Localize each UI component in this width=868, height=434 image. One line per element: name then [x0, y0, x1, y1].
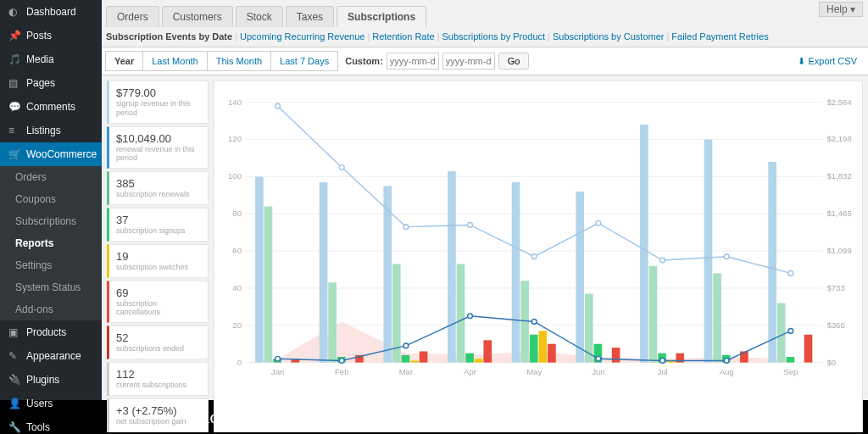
svg-rect-48: [649, 266, 658, 363]
svg-point-92: [596, 356, 601, 361]
box-icon: ▣: [8, 326, 20, 338]
stat-card[interactable]: 385subscription renewals: [107, 171, 209, 205]
date-to-input[interactable]: [442, 53, 495, 70]
svg-text:140: 140: [228, 97, 242, 107]
sidebar-item-plugins[interactable]: 🔌Plugins: [0, 368, 102, 392]
sidebar-sub-orders[interactable]: Orders: [0, 166, 102, 188]
stat-label: renewal revenue in this period: [116, 145, 201, 164]
stat-card[interactable]: +3 (+2.75%)net subscription gain: [107, 398, 209, 432]
report-current: Subscription Events by Date: [106, 31, 232, 42]
tab-orders[interactable]: Orders: [106, 6, 159, 27]
stat-card[interactable]: 52subscriptions ended: [107, 326, 209, 359]
svg-text:40: 40: [232, 283, 242, 292]
stat-card[interactable]: $10,049.00renewal revenue in this period: [107, 126, 209, 170]
svg-text:Jun: Jun: [592, 367, 604, 376]
stat-value: +3 (+2.75%): [116, 404, 201, 417]
sidebar-sub-settings[interactable]: Settings: [0, 254, 102, 276]
sidebar-item-label: Tools: [26, 421, 50, 433]
svg-point-88: [339, 359, 344, 364]
tab-stock[interactable]: Stock: [236, 6, 283, 27]
tab-taxes[interactable]: Taxes: [286, 6, 334, 27]
svg-text:Feb: Feb: [335, 367, 349, 376]
stat-value: $779.00: [116, 86, 201, 99]
report-link[interactable]: Subscriptions by Product: [442, 31, 545, 42]
report-link[interactable]: Retention Rate: [372, 31, 434, 42]
sidebar-item-label: Plugins: [26, 374, 59, 386]
svg-rect-63: [475, 359, 483, 362]
svg-rect-62: [410, 360, 419, 362]
sidebar-sub-system-status[interactable]: System Status: [0, 276, 102, 298]
stat-card[interactable]: 19subscription switches: [107, 244, 209, 278]
sidebar-item-woocommerce[interactable]: 🛒WooCommerce▸: [0, 142, 102, 166]
svg-point-79: [339, 165, 344, 170]
sidebar-item-label: Listings: [26, 125, 61, 136]
sidebar-sub-subscriptions[interactable]: Subscriptions: [0, 210, 102, 232]
stat-label: current subscriptions: [116, 381, 201, 390]
stats-column: $779.00signup revenue in this period$10,…: [107, 81, 209, 432]
svg-rect-42: [264, 207, 273, 363]
stat-label: net subscription gain: [116, 417, 201, 426]
svg-text:$2,198: $2,198: [826, 134, 851, 143]
sidebar-item-appearance[interactable]: ✎Appearance: [0, 344, 102, 368]
svg-rect-45: [457, 264, 465, 362]
sidebar-item-label: WooCommerce: [26, 148, 97, 160]
admin-sidebar: ◐Dashboard📌Posts🎵Media▤Pages💬Comments≡Li…: [0, 0, 102, 400]
wrench-icon: 🔧: [8, 421, 20, 433]
stat-value: 385: [116, 177, 201, 190]
sidebar-sub-reports[interactable]: Reports: [0, 232, 102, 254]
sidebar-item-pages[interactable]: ▤Pages: [0, 71, 102, 95]
svg-text:May: May: [526, 367, 542, 376]
sidebar-item-listings[interactable]: ≡Listings: [0, 119, 102, 142]
user-icon: 👤: [8, 398, 20, 409]
svg-point-89: [403, 343, 409, 348]
stat-value: 19: [116, 250, 201, 263]
sidebar-item-posts[interactable]: 📌Posts: [0, 24, 102, 47]
stat-card[interactable]: $779.00signup revenue in this period: [107, 81, 209, 124]
svg-point-83: [596, 220, 601, 225]
sidebar-item-label: Appearance: [26, 350, 81, 362]
sidebar-item-users[interactable]: 👤Users: [0, 392, 102, 415]
svg-rect-41: [768, 162, 776, 363]
svg-point-95: [788, 329, 793, 334]
report-tabs: OrdersCustomersStockTaxesSubscriptions: [102, 2, 868, 27]
export-csv-link[interactable]: ⬇ Export CSV: [798, 56, 864, 67]
svg-point-93: [660, 359, 665, 364]
sidebar-item-products[interactable]: ▣Products: [0, 320, 102, 344]
stat-card[interactable]: 37subscription signups: [107, 208, 209, 242]
svg-rect-36: [448, 171, 456, 363]
sidebar-item-dashboard[interactable]: ◐Dashboard: [0, 0, 102, 24]
range-last-month[interactable]: Last Month: [142, 51, 207, 71]
svg-text:$1,832: $1,832: [826, 171, 851, 181]
svg-rect-73: [548, 344, 556, 363]
stat-label: subscription cancellations: [116, 299, 201, 318]
svg-rect-59: [787, 357, 795, 363]
svg-rect-77: [804, 335, 813, 363]
help-tab[interactable]: Help ▾: [819, 2, 863, 17]
tab-subscriptions[interactable]: Subscriptions: [337, 6, 426, 27]
sidebar-sub-coupons[interactable]: Coupons: [0, 188, 102, 210]
list-icon: ≡: [8, 125, 20, 136]
sidebar-item-media[interactable]: 🎵Media: [0, 47, 102, 71]
tab-customers[interactable]: Customers: [162, 6, 233, 27]
report-link[interactable]: Subscriptions by Customer: [553, 31, 664, 42]
stat-card[interactable]: 69subscription cancellations: [107, 281, 209, 324]
svg-text:$2,564: $2,564: [826, 97, 852, 107]
sidebar-sub-add-ons[interactable]: Add-ons: [0, 298, 102, 320]
range-last-7-days[interactable]: Last 7 Days: [270, 51, 338, 71]
date-from-input[interactable]: [387, 53, 439, 70]
report-link[interactable]: Upcoming Recurring Revenue: [240, 31, 364, 42]
go-button[interactable]: Go: [498, 53, 530, 70]
sidebar-item-tools[interactable]: 🔧Tools: [0, 415, 102, 434]
svg-rect-43: [328, 282, 337, 362]
sidebar-item-label: Products: [26, 326, 66, 338]
sidebar-item-label: Pages: [26, 77, 55, 89]
report-link[interactable]: Failed Payment Retries: [671, 31, 768, 42]
svg-text:0: 0: [237, 358, 242, 367]
svg-rect-55: [530, 335, 538, 363]
sidebar-item-comments[interactable]: 💬Comments: [0, 95, 102, 119]
range-year[interactable]: Year: [105, 51, 143, 71]
sidebar-item-label: Users: [26, 398, 53, 409]
stat-card[interactable]: 112current subscriptions: [107, 362, 209, 396]
svg-rect-72: [483, 340, 492, 362]
range-this-month[interactable]: This Month: [207, 51, 271, 71]
